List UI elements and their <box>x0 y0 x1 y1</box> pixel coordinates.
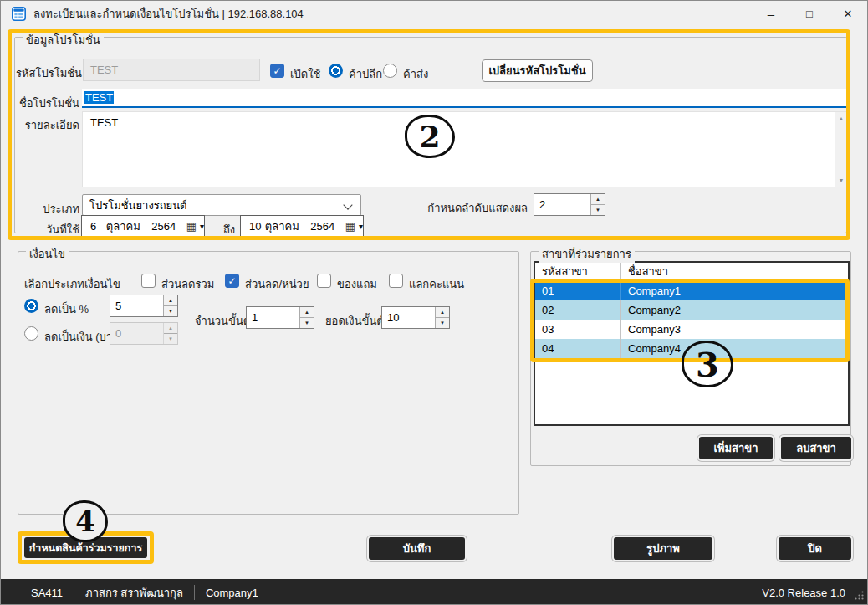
wholesale-label: ค้าส่ง <box>403 65 428 83</box>
promo-group-title: ข้อมูลโปรโมชั่น <box>23 31 104 49</box>
app-window: ลงทะเบียนและกำหนดเงื่อนไขโปรโมชั่น | 192… <box>0 0 868 605</box>
scroll-down-icon[interactable]: ▼ <box>835 177 847 183</box>
enabled-checkbox[interactable]: ✓ <box>270 64 284 78</box>
select-condition-type-label: เลือกประเภทเงื่อนไข <box>24 275 120 293</box>
date-to-picker[interactable]: 10 ตุลาคม 2564 ▦ ▾ <box>240 215 364 238</box>
checkbox-unit-discount-label: ส่วนลด/หน่วย <box>245 275 309 293</box>
checkbox-redeem-points[interactable] <box>389 274 403 288</box>
date-to-label: ถึง <box>223 221 235 238</box>
checkbox-total-discount-label: ส่วนลดรวม <box>161 275 214 293</box>
display-order-label: กำหนดลำดับแสดงผล <box>415 199 528 217</box>
spin-down-icon[interactable]: ▼ <box>164 305 177 316</box>
resize-grip[interactable] <box>854 590 865 603</box>
wholesale-radio[interactable] <box>383 64 397 78</box>
spin-up-icon: ▲ <box>164 323 177 333</box>
calendar-dropdown-icon: ▾ <box>200 222 204 231</box>
calendar-icon: ▦ <box>186 221 197 232</box>
checkbox-free-gift[interactable] <box>317 274 331 288</box>
detail-textarea[interactable]: TEST ▲ ▼ <box>82 111 848 187</box>
spin-down-icon[interactable]: ▼ <box>300 317 314 328</box>
selected-text: TEST <box>84 91 114 104</box>
promo-name-label: ชื่อโปรโมชั่น <box>16 95 79 112</box>
min-qty-stepper[interactable]: 1 ▲▼ <box>246 306 314 329</box>
spin-down-icon[interactable]: ▼ <box>436 317 449 328</box>
app-icon <box>12 7 26 21</box>
date-label: วันที่ใช้ <box>16 221 79 238</box>
step-2-annotation: 2 <box>405 115 455 158</box>
discount-percent-radio[interactable] <box>24 299 38 313</box>
col-branch-code: รหัสสาขา <box>535 263 621 280</box>
maximize-button[interactable]: □ <box>790 1 829 26</box>
table-header-row: รหัสสาขา ชื่อสาขา <box>535 263 848 281</box>
checkbox-free-gift-label: ของแถม <box>337 275 377 293</box>
minimize-button[interactable]: – <box>752 1 790 26</box>
min-total-label: ยอดเงินขั้นต่ำ <box>325 312 390 330</box>
promo-name-input[interactable]: TEST <box>82 89 847 108</box>
window-controls: – □ ✕ <box>752 1 867 26</box>
image-button[interactable]: รูปภาพ <box>614 537 712 560</box>
checkbox-unit-discount[interactable]: ✓ <box>225 274 239 288</box>
promo-code-input[interactable]: TEST <box>83 59 260 81</box>
table-row[interactable]: 03 Company3 <box>535 320 848 339</box>
scroll-up-icon[interactable]: ▲ <box>835 115 847 121</box>
close-dialog-button[interactable]: ปิด <box>779 537 851 560</box>
promo-code-label: รหัสโปรโมชั่น <box>16 64 79 82</box>
retail-radio[interactable] <box>329 64 343 78</box>
status-company: Company1 <box>206 587 258 599</box>
chevron-down-icon <box>343 200 352 209</box>
spin-up-icon[interactable]: ▲ <box>300 307 314 317</box>
branches-group-title: สาขาที่ร่วมรายการ <box>539 245 635 263</box>
status-divider <box>194 585 195 600</box>
close-button[interactable]: ✕ <box>829 1 867 26</box>
spin-down-icon: ▼ <box>164 333 177 344</box>
titlebar: ลงทะเบียนและกำหนดเงื่อนไขโปรโมชั่น | 192… <box>1 1 867 26</box>
discount-money-stepper[interactable]: 0 ▲▼ <box>110 322 178 345</box>
spin-up-icon[interactable]: ▲ <box>436 307 449 317</box>
display-order-stepper[interactable]: 2 ▲▼ <box>534 193 605 216</box>
detail-scrollbar[interactable]: ▲ ▼ <box>835 112 847 187</box>
add-branch-button[interactable]: เพิ่มสาขา <box>699 437 773 459</box>
detail-text: TEST <box>90 116 118 129</box>
col-branch-name: ชื่อสาขา <box>621 263 848 280</box>
checkbox-total-discount[interactable] <box>141 274 156 288</box>
change-code-button[interactable]: เปลี่ยนรหัสโปรโมชั่น <box>482 59 593 82</box>
save-button[interactable]: บันทึก <box>369 537 465 560</box>
type-label: ประเภท <box>16 200 79 218</box>
checkbox-redeem-points-label: แลกคะแนน <box>409 275 464 293</box>
status-version: V2.0 Release 1.0 <box>762 587 845 599</box>
discount-money-radio[interactable] <box>24 326 38 341</box>
status-bar: SA411 ภาสกร สราพัฒนากุล Company1 V2.0 Re… <box>1 579 867 605</box>
step-4-annotation: 4 <box>63 500 108 542</box>
window-title: ลงทะเบียนและกำหนดเงื่อนไขโปรโมชั่น | 192… <box>33 5 304 23</box>
detail-label: รายละเอียด <box>16 116 79 134</box>
retail-label: ค้าปลีก <box>349 65 382 83</box>
discount-percent-label: ลดเป็น % <box>44 300 89 318</box>
date-from-picker[interactable]: 6 ตุลาคม 2564 ▦ ▾ <box>81 215 205 238</box>
text-caret <box>115 91 115 104</box>
spin-down-icon[interactable]: ▼ <box>591 204 605 215</box>
status-code: SA411 <box>31 587 63 599</box>
table-row[interactable]: 01 Company1 <box>535 281 848 300</box>
calendar-dropdown-icon: ▾ <box>359 222 363 231</box>
status-divider <box>74 585 74 600</box>
type-combobox[interactable]: โปรโมชั่นยางรถยนต์ <box>82 194 361 216</box>
discount-percent-stepper[interactable]: 5 ▲▼ <box>110 295 178 317</box>
spin-up-icon[interactable]: ▲ <box>164 295 177 305</box>
enabled-label: เปิดใช้ <box>290 65 320 83</box>
min-total-stepper[interactable]: 10 ▲▼ <box>381 306 450 329</box>
table-row[interactable]: 02 Company2 <box>535 300 848 320</box>
delete-branch-button[interactable]: ลบสาขา <box>781 437 851 459</box>
spin-up-icon[interactable]: ▲ <box>591 194 605 204</box>
conditions-group-title: เงื่อนไข <box>26 245 69 263</box>
calendar-icon: ▦ <box>345 221 355 232</box>
step-3-annotation: 3 <box>682 341 733 387</box>
status-user: ภาสกร สราพัฒนากุล <box>85 584 183 602</box>
